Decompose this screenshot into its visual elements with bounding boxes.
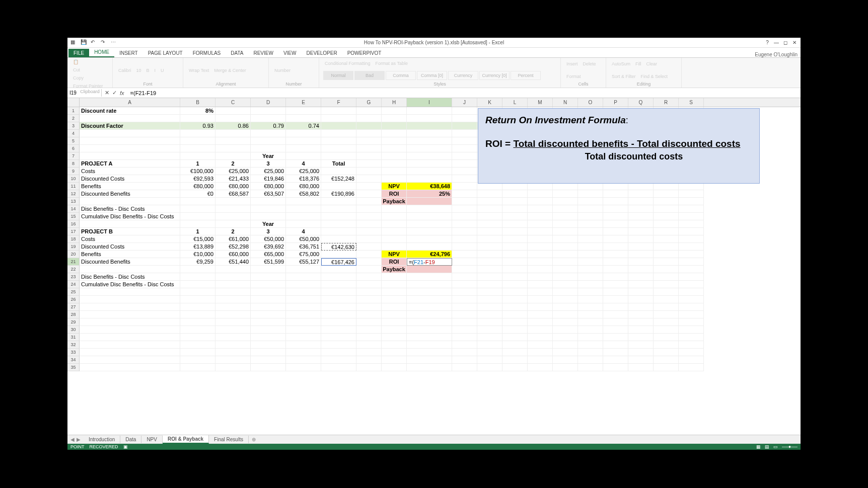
tab-formulas[interactable]: FORMULAS (188, 49, 226, 57)
cell-N27[interactable] (553, 303, 578, 311)
cell-E19[interactable]: €36,751 (286, 243, 321, 251)
undo-icon[interactable]: ↶ (91, 39, 98, 46)
ribbon-options-icon[interactable]: ? (763, 39, 771, 46)
cell-A34[interactable] (80, 356, 180, 364)
row-header[interactable]: 7 (67, 152, 80, 160)
cell-E22[interactable] (286, 266, 321, 273)
cell-C2[interactable] (215, 115, 251, 122)
cell-D1[interactable] (251, 107, 286, 115)
row-header[interactable]: 8 (67, 160, 80, 168)
cell-N28[interactable] (553, 311, 578, 318)
cell-J10[interactable] (452, 175, 477, 183)
cell-N35[interactable] (553, 364, 578, 371)
cell-S31[interactable] (679, 334, 704, 341)
cell-E11[interactable]: €80,000 (286, 183, 321, 190)
cell-J8[interactable] (452, 160, 477, 168)
cell-C32[interactable] (215, 341, 251, 349)
cell-B10[interactable]: €92,593 (180, 175, 215, 183)
cell-J19[interactable] (452, 243, 477, 251)
cell-C3[interactable]: 0.86 (215, 122, 251, 130)
cell-L15[interactable] (502, 213, 528, 220)
cell-M25[interactable] (528, 288, 553, 296)
cell-B9[interactable]: €100,000 (180, 168, 215, 175)
row-header[interactable]: 11 (67, 183, 80, 190)
cell-O11[interactable] (578, 183, 603, 190)
cell-F8[interactable]: Total (321, 160, 356, 168)
cell-C34[interactable] (215, 356, 251, 364)
cell-B22[interactable] (180, 266, 215, 273)
cell-M27[interactable] (528, 303, 553, 311)
cell-G23[interactable] (356, 273, 382, 281)
cell-D2[interactable] (251, 115, 286, 122)
cell-D33[interactable] (251, 349, 286, 356)
cell-C7[interactable] (215, 152, 251, 160)
cell-A28[interactable] (80, 311, 180, 318)
cell-Q23[interactable] (628, 273, 654, 281)
cell-L20[interactable] (502, 251, 528, 258)
cell-D28[interactable] (251, 311, 286, 318)
cell-J3[interactable] (452, 122, 477, 130)
cell-B18[interactable]: €15,000 (180, 235, 215, 243)
cell-I19[interactable] (407, 243, 452, 251)
cell-Q15[interactable] (628, 213, 654, 220)
cell-I30[interactable] (407, 326, 452, 334)
cell-F34[interactable] (321, 356, 356, 364)
cell-S15[interactable] (679, 213, 704, 220)
cell-Q25[interactable] (628, 288, 654, 296)
cell-R18[interactable] (654, 235, 679, 243)
cell-E14[interactable] (286, 205, 321, 213)
cell-D18[interactable]: €50,000 (251, 235, 286, 243)
cell-J20[interactable] (452, 251, 477, 258)
col-header-L[interactable]: L (502, 98, 528, 107)
cell-P15[interactable] (603, 213, 628, 220)
cell-F31[interactable] (321, 334, 356, 341)
cell-G26[interactable] (356, 296, 382, 303)
cell-H11[interactable]: NPV (382, 183, 407, 190)
cell-J9[interactable] (452, 168, 477, 175)
cell-O29[interactable] (578, 318, 603, 326)
cell-Q20[interactable] (628, 251, 654, 258)
zoom-slider[interactable]: ──●── (782, 444, 798, 449)
cell-R28[interactable] (654, 311, 679, 318)
cell-L33[interactable] (502, 349, 528, 356)
col-header-E[interactable]: E (286, 98, 321, 107)
col-header-J[interactable]: J (452, 98, 477, 107)
cell-B32[interactable] (180, 341, 215, 349)
cell-A20[interactable]: Benefits (80, 251, 180, 258)
cell-B20[interactable]: €10,000 (180, 251, 215, 258)
cell-C17[interactable]: 2 (215, 228, 251, 235)
cell-B5[interactable] (180, 137, 215, 145)
cell-C8[interactable]: 2 (215, 160, 251, 168)
cell-J17[interactable] (452, 228, 477, 235)
row-header[interactable]: 24 (67, 281, 80, 288)
cell-A13[interactable] (80, 198, 180, 205)
cell-B11[interactable]: €80,000 (180, 183, 215, 190)
cell-F33[interactable] (321, 349, 356, 356)
cell-B25[interactable] (180, 288, 215, 296)
cell-F30[interactable] (321, 326, 356, 334)
row-header[interactable]: 26 (67, 296, 80, 303)
cell-K34[interactable] (477, 356, 502, 364)
cell-S20[interactable] (679, 251, 704, 258)
cell-R31[interactable] (654, 334, 679, 341)
cell-N22[interactable] (553, 266, 578, 273)
cell-R23[interactable] (654, 273, 679, 281)
cell-L19[interactable] (502, 243, 528, 251)
row-header[interactable]: 13 (67, 198, 80, 205)
col-header-N[interactable]: N (553, 98, 578, 107)
cell-F5[interactable] (321, 137, 356, 145)
row-header[interactable]: 14 (67, 205, 80, 213)
cell-J31[interactable] (452, 334, 477, 341)
row-header[interactable]: 17 (67, 228, 80, 235)
cell-I34[interactable] (407, 356, 452, 364)
cell-I28[interactable] (407, 311, 452, 318)
cell-B17[interactable]: 1 (180, 228, 215, 235)
row-header[interactable]: 1 (67, 107, 80, 115)
cell-E12[interactable]: €58,802 (286, 190, 321, 198)
cell-L29[interactable] (502, 318, 528, 326)
cell-G5[interactable] (356, 137, 382, 145)
cell-P18[interactable] (603, 235, 628, 243)
cell-J28[interactable] (452, 311, 477, 318)
cell-H7[interactable] (382, 152, 407, 160)
cell-G20[interactable] (356, 251, 382, 258)
